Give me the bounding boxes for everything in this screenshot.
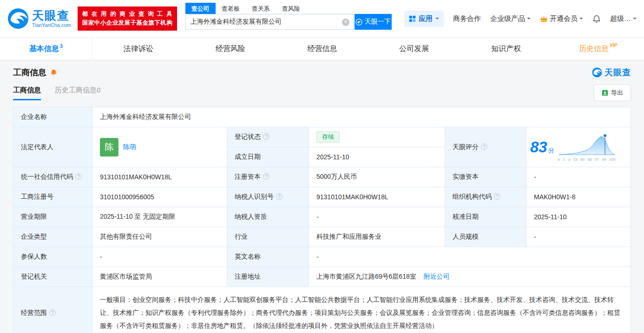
search-block: 查公司 查老板 查关系 查风险 × 天眼一下 bbox=[185, 0, 392, 30]
search-input-wrap: × bbox=[185, 14, 354, 30]
nav-open-membership[interactable]: 开通会员 bbox=[540, 14, 583, 23]
table-row: 统一社会信用代码? 91310101MAK0H0W18L 注册资本? 5000万… bbox=[13, 167, 631, 187]
tianyancha-logo[interactable]: 天眼查 TianYanCha.com bbox=[7, 8, 71, 29]
export-label: 导出 bbox=[611, 89, 623, 97]
reg-capital-label-cell: 注册资本? bbox=[227, 167, 309, 187]
reg-number-label-cell: 工商注册号 bbox=[13, 187, 92, 207]
tab-legal-litigation[interactable]: 法律诉讼 bbox=[92, 38, 184, 60]
reg-address-label-cell: 注册地址 bbox=[227, 267, 309, 287]
table-row: 法定代表人 陈 陈萌 登记状态? 存续 天眼评分 bbox=[13, 127, 631, 147]
tianyancha-logo-icon bbox=[7, 8, 29, 29]
reg-capital-value-cell: 5000万人民币 bbox=[309, 167, 445, 187]
business-scope-label-cell: 经营范围? bbox=[13, 287, 92, 333]
nav-super-vip[interactable]: 超级… bbox=[610, 14, 637, 23]
subtab-history-business-info[interactable]: 历史工商信息0 bbox=[55, 86, 100, 100]
score-label-cell: 天眼评分? bbox=[445, 127, 526, 167]
taxpayer-quality-label-cell: 纳税人资质 bbox=[227, 207, 309, 227]
taxpayer-quality-value-cell: - bbox=[309, 207, 445, 227]
tab-label: 法律诉讼 bbox=[124, 44, 153, 54]
tab-operation-info[interactable]: 经营信息 bbox=[276, 38, 368, 60]
table-row: 参保人数 - 英文名称 - bbox=[13, 247, 631, 267]
tab-label: 经营风险 bbox=[216, 44, 245, 54]
tianyancha-watermark-icon bbox=[592, 67, 602, 78]
export-button[interactable]: 导出 bbox=[594, 85, 631, 101]
nav-enterprise-products[interactable]: 企业级产品 bbox=[490, 14, 531, 23]
subtab-business-info[interactable]: 工商信息 bbox=[13, 86, 41, 100]
establish-date-value-cell: 2025-11-10 bbox=[309, 147, 445, 167]
taxpayer-id-value-cell: 91310101MAK0H0W18L bbox=[309, 187, 445, 207]
company-section-tabs: 基本信息 3 法律诉讼 经营风险 经营信息 公司发展 知识产权 历史信息 VIP bbox=[0, 37, 644, 60]
chevron-down-icon bbox=[579, 18, 583, 21]
business-term-value-cell: 2025-11-10 至 无固定期限 bbox=[92, 207, 227, 227]
table-row: 企业名称 上海外滩金科经济发展有限公司 bbox=[13, 107, 631, 127]
promo-line-1: 都在用的商业查询工具 bbox=[82, 10, 172, 19]
search-tab-relation[interactable]: 查关系 bbox=[246, 3, 276, 14]
score-value-cell: 83分 bbox=[526, 127, 631, 167]
business-term-label-cell: 营业期限 bbox=[13, 207, 92, 227]
section-brand-watermark: 天眼查 bbox=[592, 67, 631, 78]
help-icon[interactable]: ? bbox=[494, 193, 500, 200]
english-name-label-cell: 英文名称 bbox=[227, 247, 309, 267]
score-distribution-chart: 0131550859799100 bbox=[558, 132, 616, 162]
reg-authority-value-cell: 黄浦区市场监管局 bbox=[92, 267, 227, 287]
search-button-label: 天眼一下 bbox=[365, 18, 391, 26]
membership-label: 开通会员 bbox=[550, 14, 578, 23]
content-area: 工商信息 天眼查 工商信息 历史工商信息0 导出 bbox=[0, 60, 644, 333]
section-title: 工商信息 bbox=[13, 67, 46, 78]
legal-rep-link[interactable]: 陈萌 bbox=[123, 143, 136, 151]
subscribe-bell-icon[interactable] bbox=[50, 69, 57, 76]
table-row: 登记机关 黄浦区市场监管局 注册地址 上海市黄浦区九江路69号6层618室 附近… bbox=[13, 267, 631, 287]
reg-status-value-cell: 存续 bbox=[309, 127, 445, 147]
apps-label: 应用 bbox=[419, 14, 433, 23]
subtabs-row: 工商信息 历史工商信息0 导出 bbox=[13, 85, 631, 101]
tab-count-badge: 3 bbox=[60, 43, 63, 49]
tab-operation-risk[interactable]: 经营风险 bbox=[184, 38, 276, 60]
reg-address-value-cell: 上海市黄浦区九江路69号6层618室 附近公司 bbox=[309, 267, 631, 287]
super-vip-label: 超级… bbox=[610, 14, 631, 23]
search-tab-boss[interactable]: 查老板 bbox=[216, 3, 246, 14]
promo-badge: 都在用的商业查询工具 国家中小企业发展子基金旗下机构 bbox=[78, 7, 177, 31]
industry-value-cell: 科技推广和应用服务业 bbox=[309, 227, 445, 247]
score-axis-labels: 0131550859799100 bbox=[558, 157, 616, 162]
logo-subtitle: TianYanCha.com bbox=[32, 22, 71, 28]
establish-date-label-cell: 成立日期 bbox=[227, 147, 309, 167]
cooperation-label: 商务合作 bbox=[453, 14, 481, 23]
tab-basic-info[interactable]: 基本信息 3 bbox=[0, 38, 92, 60]
industry-label-cell: 行业 bbox=[227, 227, 309, 247]
approval-date-label-cell: 核准日期 bbox=[445, 207, 526, 227]
legal-rep-avatar[interactable]: 陈 bbox=[100, 138, 118, 157]
search-tabs: 查公司 查老板 查关系 查风险 bbox=[185, 3, 392, 14]
help-icon[interactable]: ? bbox=[263, 133, 269, 140]
business-scope-value-cell: 一般项目：创业空间服务；科技中介服务；人工智能双创服务平台；人工智能公共数据平台… bbox=[92, 287, 631, 333]
export-icon bbox=[602, 90, 608, 96]
search-input[interactable] bbox=[186, 14, 353, 29]
help-icon[interactable]: ? bbox=[276, 193, 283, 200]
clear-search-icon[interactable]: × bbox=[342, 19, 349, 26]
tab-history-info[interactable]: 历史信息 VIP bbox=[552, 38, 644, 60]
insured-count-value-cell: - bbox=[92, 247, 227, 267]
staff-size-label-cell: 人员规模 bbox=[445, 227, 526, 247]
promo-line-2: 国家中小企业发展子基金旗下机构 bbox=[82, 19, 172, 27]
staff-size-value-cell: - bbox=[526, 227, 631, 247]
help-icon[interactable]: ? bbox=[481, 144, 487, 150]
help-icon[interactable]: ? bbox=[75, 173, 82, 180]
help-icon[interactable]: ? bbox=[263, 173, 269, 180]
help-icon[interactable]: ? bbox=[49, 309, 56, 316]
search-tab-company[interactable]: 查公司 bbox=[185, 3, 216, 14]
tab-label: 知识产权 bbox=[491, 44, 521, 54]
tab-intellectual-property[interactable]: 知识产权 bbox=[460, 38, 552, 60]
nav-cooperation[interactable]: 商务合作 bbox=[453, 14, 481, 23]
search-button-logo-icon bbox=[355, 19, 362, 26]
taxpayer-id-label-cell: 纳税人识别号? bbox=[227, 187, 309, 207]
tab-label: 历史信息 bbox=[579, 44, 609, 54]
search-tab-risk[interactable]: 查风险 bbox=[276, 3, 306, 14]
search-button[interactable]: 天眼一下 bbox=[355, 14, 392, 30]
tab-company-development[interactable]: 公司发展 bbox=[368, 38, 460, 60]
reg-authority-label-cell: 登记机关 bbox=[13, 267, 92, 287]
notification-bell-icon[interactable] bbox=[592, 14, 601, 23]
nearby-companies-link[interactable]: 附近公司 bbox=[424, 273, 450, 280]
section-header: 工商信息 天眼查 bbox=[13, 67, 631, 78]
company-name-label-cell: 企业名称 bbox=[13, 107, 92, 127]
apps-menu[interactable]: 应用 bbox=[404, 11, 444, 27]
apps-grid-icon bbox=[409, 15, 416, 22]
